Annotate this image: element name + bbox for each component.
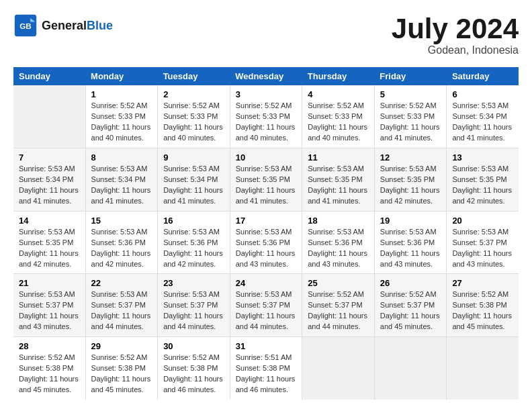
table-row: [447, 337, 519, 400]
day-number: 10: [236, 152, 297, 163]
day-detail: Sunrise: 5:53 AM Sunset: 5:37 PM Dayligh…: [452, 227, 513, 270]
day-number: 12: [380, 152, 441, 163]
table-row: 3Sunrise: 5:52 AM Sunset: 5:33 PM Daylig…: [230, 85, 302, 148]
table-row: [13, 85, 85, 148]
day-detail: Sunrise: 5:52 AM Sunset: 5:33 PM Dayligh…: [236, 101, 297, 144]
col-header-tuesday: Tuesday: [158, 67, 230, 85]
day-detail: Sunrise: 5:52 AM Sunset: 5:37 PM Dayligh…: [380, 289, 441, 332]
table-row: 28Sunrise: 5:52 AM Sunset: 5:38 PM Dayli…: [13, 337, 85, 400]
day-detail: Sunrise: 5:53 AM Sunset: 5:37 PM Dayligh…: [91, 289, 152, 332]
calendar-week-5: 28Sunrise: 5:52 AM Sunset: 5:38 PM Dayli…: [13, 337, 519, 400]
calendar-header: SundayMondayTuesdayWednesdayThursdayFrid…: [13, 67, 519, 85]
table-row: 23Sunrise: 5:53 AM Sunset: 5:37 PM Dayli…: [158, 274, 230, 337]
day-number: 14: [19, 216, 80, 226]
day-detail: Sunrise: 5:53 AM Sunset: 5:36 PM Dayligh…: [308, 227, 369, 270]
table-row: 18Sunrise: 5:53 AM Sunset: 5:36 PM Dayli…: [302, 211, 375, 274]
day-detail: Sunrise: 5:53 AM Sunset: 5:36 PM Dayligh…: [91, 227, 152, 270]
day-detail: Sunrise: 5:53 AM Sunset: 5:36 PM Dayligh…: [380, 227, 441, 270]
col-header-thursday: Thursday: [302, 67, 375, 85]
table-row: 8Sunrise: 5:53 AM Sunset: 5:34 PM Daylig…: [85, 148, 158, 211]
logo-text: GeneralBlue: [42, 19, 113, 32]
day-number: 24: [236, 278, 297, 288]
day-number: 23: [163, 278, 224, 288]
day-number: 25: [308, 278, 369, 288]
table-row: 30Sunrise: 5:52 AM Sunset: 5:38 PM Dayli…: [158, 337, 230, 400]
day-number: 15: [91, 216, 152, 226]
day-detail: Sunrise: 5:53 AM Sunset: 5:34 PM Dayligh…: [91, 164, 152, 207]
calendar-body: 1Sunrise: 5:52 AM Sunset: 5:33 PM Daylig…: [13, 85, 519, 400]
calendar-week-4: 21Sunrise: 5:53 AM Sunset: 5:37 PM Dayli…: [13, 274, 519, 337]
day-detail: Sunrise: 5:53 AM Sunset: 5:35 PM Dayligh…: [19, 227, 80, 270]
day-number: 31: [236, 341, 297, 351]
page-header: GB GeneralBlue July 2024 Godean, Indones…: [13, 13, 519, 56]
header-row: SundayMondayTuesdayWednesdayThursdayFrid…: [13, 67, 519, 85]
table-row: [302, 337, 375, 400]
table-row: 19Sunrise: 5:53 AM Sunset: 5:36 PM Dayli…: [374, 211, 447, 274]
day-number: 30: [163, 341, 224, 351]
day-number: 21: [19, 278, 80, 288]
day-detail: Sunrise: 5:52 AM Sunset: 5:38 PM Dayligh…: [452, 289, 513, 332]
day-detail: Sunrise: 5:52 AM Sunset: 5:38 PM Dayligh…: [163, 353, 224, 396]
col-header-sunday: Sunday: [13, 67, 85, 85]
col-header-monday: Monday: [85, 67, 158, 85]
day-detail: Sunrise: 5:53 AM Sunset: 5:35 PM Dayligh…: [308, 164, 369, 207]
day-number: 3: [236, 89, 297, 99]
table-row: 17Sunrise: 5:53 AM Sunset: 5:36 PM Dayli…: [230, 211, 302, 274]
table-row: 15Sunrise: 5:53 AM Sunset: 5:36 PM Dayli…: [85, 211, 158, 274]
day-number: 6: [452, 89, 513, 99]
day-detail: Sunrise: 5:53 AM Sunset: 5:37 PM Dayligh…: [163, 289, 224, 332]
table-row: 24Sunrise: 5:53 AM Sunset: 5:37 PM Dayli…: [230, 274, 302, 337]
day-detail: Sunrise: 5:51 AM Sunset: 5:38 PM Dayligh…: [236, 353, 297, 396]
day-detail: Sunrise: 5:52 AM Sunset: 5:33 PM Dayligh…: [91, 101, 152, 144]
table-row: 6Sunrise: 5:53 AM Sunset: 5:34 PM Daylig…: [447, 85, 519, 148]
day-detail: Sunrise: 5:53 AM Sunset: 5:34 PM Dayligh…: [19, 164, 80, 207]
table-row: 26Sunrise: 5:52 AM Sunset: 5:37 PM Dayli…: [374, 274, 447, 337]
calendar-table: SundayMondayTuesdayWednesdayThursdayFrid…: [13, 67, 519, 400]
subtitle: Godean, Indonesia: [392, 44, 519, 56]
day-detail: Sunrise: 5:53 AM Sunset: 5:37 PM Dayligh…: [236, 289, 297, 332]
day-number: 29: [91, 341, 152, 351]
day-number: 8: [91, 152, 152, 163]
col-header-wednesday: Wednesday: [230, 67, 302, 85]
day-detail: Sunrise: 5:53 AM Sunset: 5:34 PM Dayligh…: [163, 164, 224, 207]
day-number: 17: [236, 216, 297, 226]
table-row: 14Sunrise: 5:53 AM Sunset: 5:35 PM Dayli…: [13, 211, 85, 274]
day-number: 18: [308, 216, 369, 226]
col-header-saturday: Saturday: [447, 67, 519, 85]
day-number: 20: [452, 216, 513, 226]
day-number: 1: [91, 89, 152, 99]
table-row: 13Sunrise: 5:53 AM Sunset: 5:35 PM Dayli…: [447, 148, 519, 211]
day-number: 2: [163, 89, 224, 99]
calendar-week-3: 14Sunrise: 5:53 AM Sunset: 5:35 PM Dayli…: [13, 211, 519, 274]
day-number: 4: [308, 89, 369, 99]
day-number: 26: [380, 278, 441, 288]
day-detail: Sunrise: 5:53 AM Sunset: 5:35 PM Dayligh…: [236, 164, 297, 207]
calendar-week-2: 7Sunrise: 5:53 AM Sunset: 5:34 PM Daylig…: [13, 148, 519, 211]
day-detail: Sunrise: 5:52 AM Sunset: 5:38 PM Dayligh…: [91, 353, 152, 396]
table-row: 9Sunrise: 5:53 AM Sunset: 5:34 PM Daylig…: [158, 148, 230, 211]
svg-text:GB: GB: [19, 21, 32, 30]
table-row: 21Sunrise: 5:53 AM Sunset: 5:37 PM Dayli…: [13, 274, 85, 337]
day-number: 13: [452, 152, 513, 163]
day-detail: Sunrise: 5:53 AM Sunset: 5:37 PM Dayligh…: [19, 289, 80, 332]
table-row: 2Sunrise: 5:52 AM Sunset: 5:33 PM Daylig…: [158, 85, 230, 148]
day-number: 11: [308, 152, 369, 163]
day-detail: Sunrise: 5:52 AM Sunset: 5:38 PM Dayligh…: [19, 353, 80, 396]
table-row: [374, 337, 447, 400]
main-title: July 2024: [392, 13, 519, 44]
day-detail: Sunrise: 5:52 AM Sunset: 5:33 PM Dayligh…: [163, 101, 224, 144]
day-number: 9: [163, 152, 224, 163]
day-number: 27: [452, 278, 513, 288]
day-detail: Sunrise: 5:53 AM Sunset: 5:36 PM Dayligh…: [163, 227, 224, 270]
day-number: 28: [19, 341, 80, 351]
day-number: 19: [380, 216, 441, 226]
day-number: 7: [19, 152, 80, 163]
title-area: July 2024 Godean, Indonesia: [392, 13, 519, 56]
table-row: 4Sunrise: 5:52 AM Sunset: 5:33 PM Daylig…: [302, 85, 375, 148]
table-row: 31Sunrise: 5:51 AM Sunset: 5:38 PM Dayli…: [230, 337, 302, 400]
table-row: 12Sunrise: 5:53 AM Sunset: 5:35 PM Dayli…: [374, 148, 447, 211]
logo-icon: GB: [13, 13, 38, 38]
day-number: 5: [380, 89, 441, 99]
table-row: 1Sunrise: 5:52 AM Sunset: 5:33 PM Daylig…: [85, 85, 158, 148]
table-row: 10Sunrise: 5:53 AM Sunset: 5:35 PM Dayli…: [230, 148, 302, 211]
